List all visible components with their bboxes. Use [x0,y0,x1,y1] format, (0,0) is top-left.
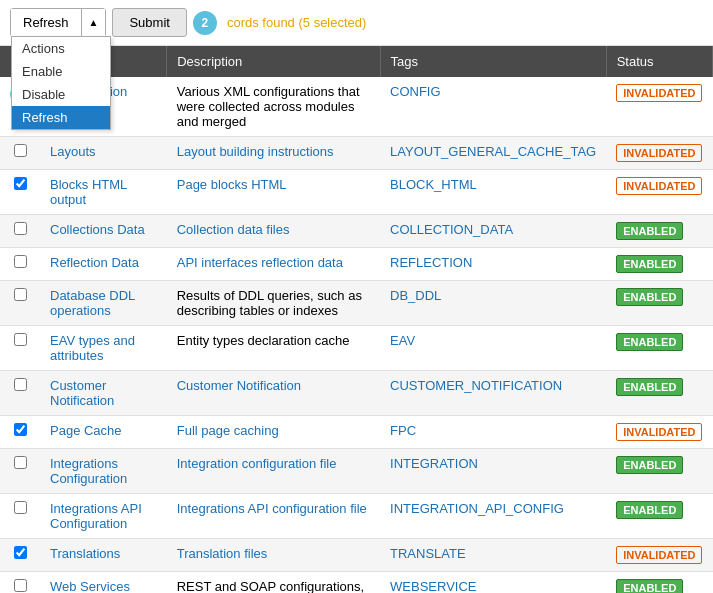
disable-menu-item[interactable]: Disable [12,83,110,106]
table-row: Integrations ConfigurationIntegration co… [0,449,713,494]
row-status: ENABLED [606,326,712,371]
status-badge: INVALIDATED [616,144,702,162]
row-checkbox-cell [0,326,40,371]
row-tags: LAYOUT_GENERAL_CACHE_TAG [380,137,606,170]
table-body: 1ConfigurationVarious XML configurations… [0,77,713,593]
row-status: INVALIDATED [606,77,712,137]
col-tags: Tags [380,46,606,77]
records-info: cords found (5 selected) [227,15,366,30]
records-text: cords found [227,15,295,30]
cache-type-link[interactable]: Collections Data [50,222,145,237]
row-description: Layout building instructions [167,137,380,170]
row-type: Integrations API Configuration [40,494,167,539]
row-checkbox[interactable] [14,333,27,346]
row-status: INVALIDATED [606,137,712,170]
cache-type-link[interactable]: Integrations Configuration [50,456,127,486]
row-tags: TRANSLATE [380,539,606,572]
row-checkbox-cell [0,170,40,215]
row-description: Page blocks HTML [167,170,380,215]
status-badge: ENABLED [616,579,683,593]
table-row: Page CacheFull page cachingFPCINVALIDATE… [0,416,713,449]
cache-type-link[interactable]: Blocks HTML output [50,177,127,207]
records-count-badge: 2 [193,11,217,35]
refresh-button[interactable]: Refresh [11,9,82,36]
status-badge: INVALIDATED [616,546,702,564]
submit-button[interactable]: Submit [112,8,186,37]
row-checkbox[interactable] [14,579,27,592]
row-checkbox[interactable] [14,378,27,391]
row-tags: EAV [380,326,606,371]
table-row: Collections DataCollection data filesCOL… [0,215,713,248]
refresh-menu-item[interactable]: Refresh [12,106,110,129]
row-checkbox[interactable] [14,423,27,436]
row-tags: INTEGRATION_API_CONFIG [380,494,606,539]
col-description: Description [167,46,380,77]
row-status: ENABLED [606,371,712,416]
cache-type-link[interactable]: Reflection Data [50,255,139,270]
row-checkbox[interactable] [14,288,27,301]
row-description: Full page caching [167,416,380,449]
row-type: EAV types and attributes [40,326,167,371]
row-description: Translation files [167,539,380,572]
row-checkbox[interactable] [14,255,27,268]
table-row: EAV types and attributesEntity types dec… [0,326,713,371]
row-type: Customer Notification [40,371,167,416]
cache-type-link[interactable]: EAV types and attributes [50,333,135,363]
row-checkbox-cell [0,572,40,594]
cache-type-link[interactable]: Customer Notification [50,378,114,408]
row-checkbox[interactable] [14,546,27,559]
cache-type-link[interactable]: Layouts [50,144,96,159]
table-row: TranslationsTranslation filesTRANSLATEIN… [0,539,713,572]
table-row: Customer NotificationCustomer Notificati… [0,371,713,416]
row-checkbox[interactable] [14,144,27,157]
row-checkbox[interactable] [14,222,27,235]
row-status: ENABLED [606,572,712,594]
row-tags: WEBSERVICE [380,572,606,594]
col-status: Status [606,46,712,77]
table-row: Database DDL operationsResults of DDL qu… [0,281,713,326]
row-tags: CUSTOMER_NOTIFICATION [380,371,606,416]
cache-type-link[interactable]: Web Services Configuration [50,579,130,593]
cache-type-link[interactable]: Integrations API Configuration [50,501,142,531]
status-badge: ENABLED [616,456,683,474]
row-checkbox-cell [0,449,40,494]
status-badge: ENABLED [616,501,683,519]
status-badge: ENABLED [616,288,683,306]
cache-type-link[interactable]: Translations [50,546,120,561]
status-badge: ENABLED [616,378,683,396]
table-row: Web Services ConfigurationREST and SOAP … [0,572,713,594]
row-type: Database DDL operations [40,281,167,326]
row-tags: COLLECTION_DATA [380,215,606,248]
row-checkbox[interactable] [14,177,27,190]
refresh-dropdown-arrow[interactable]: ▲ [82,9,106,36]
row-checkbox[interactable] [14,456,27,469]
status-badge: ENABLED [616,255,683,273]
row-type: Reflection Data [40,248,167,281]
table-row: LayoutsLayout building instructionsLAYOU… [0,137,713,170]
selected-text: (5 selected) [298,15,366,30]
row-tags: FPC [380,416,606,449]
row-status: INVALIDATED [606,416,712,449]
row-type: Blocks HTML output [40,170,167,215]
cache-type-link[interactable]: Database DDL operations [50,288,135,318]
row-status: ENABLED [606,281,712,326]
table-row: Integrations API ConfigurationIntegratio… [0,494,713,539]
status-badge: INVALIDATED [616,423,702,441]
cache-type-link[interactable]: Page Cache [50,423,122,438]
row-checkbox-cell [0,539,40,572]
row-type: Layouts [40,137,167,170]
row-type: Page Cache [40,416,167,449]
row-type: Translations [40,539,167,572]
row-type: Web Services Configuration [40,572,167,594]
row-description: API interfaces reflection data [167,248,380,281]
row-description: REST and SOAP configurations, generated … [167,572,380,594]
row-checkbox[interactable] [14,501,27,514]
row-checkbox-cell [0,494,40,539]
row-description: Collection data files [167,215,380,248]
row-tags: REFLECTION [380,248,606,281]
status-badge: INVALIDATED [616,84,702,102]
enable-menu-item[interactable]: Enable [12,60,110,83]
actions-dropdown: Actions Enable Disable Refresh [11,36,111,130]
row-type: Integrations Configuration [40,449,167,494]
row-description: Integration configuration file [167,449,380,494]
